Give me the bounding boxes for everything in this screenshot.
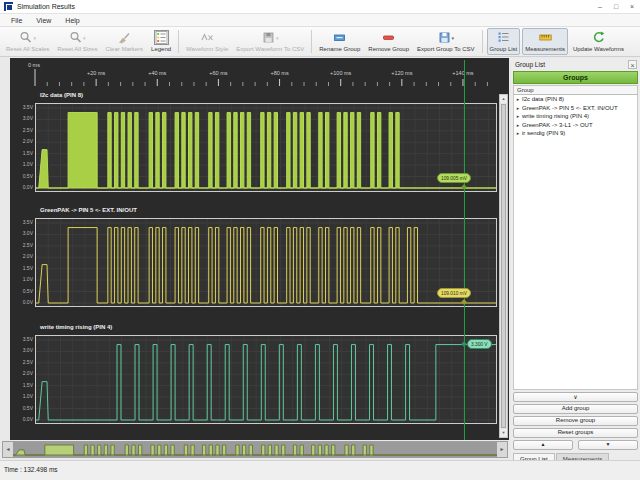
y-axis-tick-label: 3.5V [12, 336, 33, 342]
tree-expand-icon[interactable]: ▸ [514, 130, 522, 136]
waveform-plot[interactable] [35, 335, 497, 424]
overview-waveform [13, 442, 498, 457]
groups-header: Groups [513, 71, 638, 84]
toolbar: ▾Reset All Scales▾Reset All SizesClear M… [0, 27, 640, 57]
y-axis-tick-label: 1.0V [12, 393, 33, 399]
status-time: Time : 132.498 ms [4, 466, 58, 473]
group-list-button[interactable]: Group List [487, 28, 521, 55]
move-down-button[interactable]: ▼ [578, 440, 638, 450]
svg-text:+20 ms: +20 ms [87, 70, 105, 76]
time-ruler[interactable]: 0 ms+20 ms+40 ms+60 ms+80 ms+100 ms+120 … [10, 58, 509, 92]
group-item-label: ir sendig (PIN 9) [522, 130, 565, 136]
scroll-left-icon[interactable]: ◄ [3, 442, 13, 457]
svg-text:+40 ms: +40 ms [148, 70, 166, 76]
title-bar: Simulation Results – □ × [0, 0, 640, 14]
toolbar-separator [482, 30, 483, 53]
scroll-up-icon[interactable]: ▲ [500, 95, 507, 103]
reset-groups-button[interactable]: Reset groups [513, 428, 638, 438]
toolbar-button-label: Clear Markers [105, 46, 143, 53]
measurements-button[interactable]: Measurements [522, 28, 568, 55]
group-list-item[interactable]: ▸GreenPAK -> PIN 5 <- EXT. IN/OUT [514, 104, 637, 113]
y-axis-tick-label: 2.0V [12, 138, 33, 144]
menu-bar: File View Help [0, 14, 640, 27]
floppy-blue-icon [438, 31, 451, 44]
magnifier-icon [19, 31, 32, 44]
simulation-results-window: Simulation Results – □ × File View Help … [0, 0, 640, 480]
group-list-item[interactable]: ▸I2c data (PIN 8) [514, 95, 637, 104]
y-axis-tick-label: 3.0V [12, 230, 33, 236]
scroll-down-icon[interactable]: ▼ [500, 429, 507, 437]
panel-close-icon[interactable]: × [628, 60, 637, 69]
maximize-button[interactable]: □ [608, 1, 624, 13]
add-group-button[interactable]: Add group [513, 404, 638, 414]
move-up-button[interactable]: ▲ [513, 440, 573, 450]
minimize-button[interactable]: – [592, 1, 608, 13]
group-item-label: I2c data (PIN 8) [522, 96, 564, 102]
group-item-label: GreenPAK -> 3-L1 -> OUT [522, 122, 593, 128]
waveform-plot[interactable] [35, 103, 497, 192]
menu-help[interactable]: Help [58, 17, 86, 24]
group-list-item[interactable]: ▸ir sendig (PIN 9) [514, 129, 637, 138]
remove-icon [382, 31, 395, 44]
group-list: ▸I2c data (PIN 8)▸GreenPAK -> PIN 5 <- E… [513, 95, 638, 390]
group-column-header[interactable]: Group [513, 85, 638, 95]
vertical-scrollbar[interactable]: ▲▼ [499, 94, 508, 438]
panel-title: Group List [511, 61, 545, 68]
remove-group-button[interactable]: Remove group [513, 416, 638, 426]
time-cursor[interactable] [464, 60, 465, 440]
overview-strip: ◄ ► [2, 441, 508, 458]
scrollbar-thumb[interactable] [501, 104, 506, 428]
y-axis-tick-label: 0.5V [12, 173, 33, 179]
scroll-right-icon[interactable]: ► [497, 442, 507, 457]
dropdown-caret-icon: ▾ [276, 35, 279, 41]
wave-icon [201, 31, 214, 44]
collapse-button[interactable]: ∨ [513, 392, 638, 402]
status-bar: Time : 132.498 ms [0, 460, 640, 480]
tree-expand-icon[interactable]: ▸ [514, 105, 522, 111]
remove-group-button[interactable]: Remove Group [365, 28, 412, 55]
toolbar-button-label: Update Waveforms [573, 46, 624, 53]
magnifier-icon [69, 31, 82, 44]
dropdown-caret-icon[interactable]: ▾ [452, 35, 455, 41]
brush-icon [118, 31, 131, 44]
legend-button[interactable]: Legend [148, 28, 174, 55]
cursor-value-label: 3.300 V [467, 339, 492, 349]
waveform-trace [36, 336, 496, 423]
update-waveforms-button[interactable]: Update Waveforms [570, 28, 627, 55]
list-icon [497, 31, 510, 44]
waveform-plot[interactable] [35, 218, 497, 307]
y-axis-tick-label: 0.5V [12, 288, 33, 294]
ruler-icon [539, 31, 552, 44]
tree-expand-icon[interactable]: ▸ [514, 113, 522, 119]
y-axis-tick-label: 2.5V [12, 242, 33, 248]
toolbar-button-label: Reset All Sizes [57, 46, 97, 53]
y-axis-tick-label: 0.0V [12, 299, 33, 305]
export-group-to-csv-button[interactable]: ▾Export Group To CSV [414, 28, 478, 55]
toolbar-button-label: Rename Group [319, 46, 360, 53]
rename-group-button[interactable]: Rename Group [316, 28, 363, 55]
y-axis-tick-label: 1.0V [12, 276, 33, 282]
overview-track[interactable] [13, 442, 498, 457]
toolbar-button-label: Legend [151, 46, 171, 53]
svg-text:0 ms: 0 ms [28, 62, 40, 68]
reset-all-scales-button: ▾Reset All Scales [3, 28, 52, 55]
tree-expand-icon[interactable]: ▸ [514, 96, 522, 102]
app-icon [4, 2, 13, 11]
tree-expand-icon[interactable]: ▸ [514, 122, 522, 128]
y-axis-tick-label: 2.5V [12, 127, 33, 133]
menu-file[interactable]: File [4, 17, 29, 24]
group-list-item[interactable]: ▸GreenPAK -> 3-L1 -> OUT [514, 121, 637, 130]
reset-all-sizes-button: ▾Reset All Sizes [54, 28, 100, 55]
rename-icon [333, 31, 346, 44]
waveform-style-button: Waveform Style [183, 28, 231, 55]
toolbar-button-label: Reset All Scales [6, 46, 49, 53]
legend-icon [155, 31, 168, 44]
y-axis-tick-label: 1.5V [12, 150, 33, 156]
y-axis-tick-label: 2.5V [12, 359, 33, 365]
close-button[interactable]: × [624, 1, 640, 13]
group-item-label: GreenPAK -> PIN 5 <- EXT. IN/OUT [522, 105, 618, 111]
group-list-item[interactable]: ▸write timing rising (PIN 4) [514, 112, 637, 121]
waveform-area[interactable]: 0 ms+20 ms+40 ms+60 ms+80 ms+100 ms+120 … [10, 58, 509, 440]
menu-view[interactable]: View [29, 17, 58, 24]
refresh-icon [592, 31, 605, 44]
